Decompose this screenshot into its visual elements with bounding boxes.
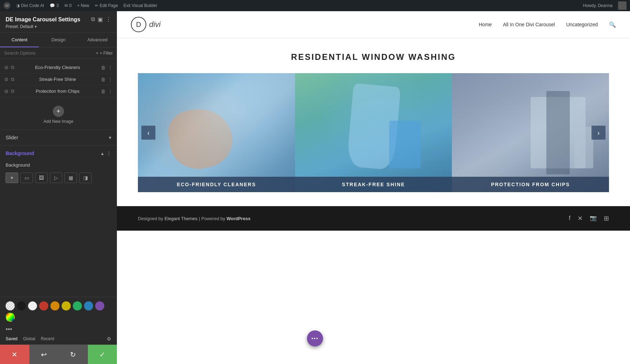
bg-gradient-option[interactable]: ▭ [20,173,33,183]
background-section-title: Background [6,150,34,156]
more-dots[interactable]: ••• [6,324,111,336]
nav-carousel[interactable]: All In One Divi Carousel [503,22,555,27]
add-new-image-button[interactable]: + Add New Image [0,100,117,130]
bg-mask-option[interactable]: ◨ [79,173,92,183]
image-item-eco[interactable]: ⚙ ⧉ Eco-Friendly Cleaners 🗑 ⋮ [0,62,117,74]
redo-icon: ↻ [70,350,76,359]
palette-settings-icon[interactable]: ⚙ [107,336,111,342]
nav-uncategorized[interactable]: Uncategorized [566,22,598,27]
delete-icon-protection[interactable]: 🗑 [101,89,106,94]
user-avatar[interactable] [618,1,626,10]
facebook-icon[interactable]: f [569,215,570,222]
delete-icon-streak[interactable]: 🗑 [101,77,106,82]
palette-tab-global[interactable]: Global [23,336,35,341]
carousel-prev-button[interactable]: ‹ [141,126,155,140]
slider-section: Slider ▾ [0,130,117,145]
swatch-red[interactable] [39,301,48,310]
carousel-next-button[interactable]: › [592,126,606,140]
fab-icon: ••• [312,336,319,341]
duplicate-icon-eco[interactable]: ⧉ [11,64,14,70]
swatch-green[interactable] [73,301,82,310]
palette-tabs: Saved Global Recent ⚙ [6,336,111,342]
search-input[interactable] [4,50,93,56]
image-item-streak[interactable]: ⚙ ⧉ Streak-Free Shine 🗑 ⋮ [0,74,117,85]
swatch-yellow[interactable] [62,301,71,310]
swatch-orange[interactable] [50,301,59,310]
duplicate-icon[interactable]: ⧉ [91,16,95,23]
swatch-purple[interactable] [95,301,104,310]
layout-icon[interactable]: ▣ [98,16,103,23]
site-footer: Designed by Elegant Themes | Powered by … [117,206,630,231]
tab-design[interactable]: Design [39,33,78,47]
edit-page-button[interactable]: ✏ Edit Page [95,3,118,8]
carousel-item-protection: PROTECTION FROM CHIPS [452,73,609,192]
twitter-x-icon[interactable]: ✕ [578,215,583,222]
bg-pattern-option[interactable]: ▦ [64,173,77,183]
cancel-button[interactable]: ✕ [0,345,29,364]
site-logo: D divi [131,17,161,32]
bg-sublabel: Background [0,161,117,171]
new-button[interactable]: + New [77,3,89,8]
filter-button[interactable]: ++ Filter [96,51,113,56]
footer-wp-link[interactable]: WordPress [226,216,250,221]
collapse-icon[interactable]: ▴ [101,150,104,156]
slider-chevron-icon: ▾ [109,135,111,140]
carousel-container: ‹ ECO-FRIENDLY CLEANERS [138,73,609,192]
more-icon-protection[interactable]: ⋮ [108,89,113,94]
swatch-transparent[interactable] [6,301,15,310]
site-search-icon[interactable]: 🔍 [609,21,616,28]
duplicate-icon-streak[interactable]: ⧉ [11,76,14,82]
instagram-icon[interactable]: 📷 [590,215,597,222]
swatch-black[interactable] [17,301,26,310]
redo-button[interactable]: ↻ [58,345,88,364]
bg-image-option[interactable]: 🖼 [35,173,48,183]
logo-circle: D [131,17,146,32]
page-content: RESIDENTIAL WINDOW WASHING ‹ E [117,38,630,364]
exit-builder-button[interactable]: Exit Visual Builder [124,3,158,8]
palette-tab-saved[interactable]: Saved [6,336,18,341]
carousel-item-eco: ECO-FRIENDLY CLEANERS [138,73,295,192]
nav-home[interactable]: Home [479,22,492,27]
swatch-blue[interactable] [84,301,93,310]
settings-icon-protection[interactable]: ⚙ [4,89,9,94]
color-swatches [6,301,111,322]
tab-advanced[interactable]: Advanced [78,33,117,47]
save-button[interactable]: ✓ [88,345,117,364]
tab-content[interactable]: Content [0,33,39,47]
delete-icon-eco[interactable]: 🗑 [101,65,106,70]
footer-elegant-link[interactable]: Elegant Themes [164,216,197,221]
more-icon-eco[interactable]: ⋮ [108,65,113,70]
site-header: D divi Home All In One Divi Carousel Unc… [117,11,630,38]
bg-more-icon[interactable]: ⋮ [106,150,111,156]
image-item-protection[interactable]: ⚙ ⧉ Protection from Chips 🗑 ⋮ [0,85,117,97]
settings-icon-streak[interactable]: ⚙ [4,77,9,82]
admin-bar: W ◑ Divi Code AI 💬 3 ✉ 0 + New ✏ Edit Pa… [0,0,630,11]
bg-video-option[interactable]: ▷ [50,173,62,183]
fab-button[interactable]: ••• [307,330,323,346]
rss-icon[interactable]: ⊞ [604,215,609,222]
sidebar-tabs: Content Design Advanced [0,33,117,48]
swatch-custom[interactable] [6,313,15,322]
slider-section-header[interactable]: Slider ▾ [0,130,117,145]
wp-logo-icon[interactable]: W [4,2,10,9]
settings-icon-eco[interactable]: ⚙ [4,65,9,70]
howdy-text: Howdy, Deanna [583,3,613,8]
carousel-section: RESIDENTIAL WINDOW WASHING ‹ E [117,38,630,206]
carousel-item-streak: STREAK-FREE SHINE [295,73,452,192]
duplicate-icon-protection[interactable]: ⧉ [11,88,14,94]
undo-button[interactable]: ↩ [29,345,59,364]
more-icon-streak[interactable]: ⋮ [108,77,113,82]
bg-color-option[interactable]: ✦ [6,173,18,183]
messages-count[interactable]: ✉ 0 [64,3,72,8]
divi-code-ai[interactable]: ◑ Divi Code AI [16,3,44,8]
swatch-white[interactable] [28,301,37,310]
carousel-items: ECO-FRIENDLY CLEANERS STREAK-FREE SHINE [138,73,609,192]
more-options-icon[interactable]: ⋮ [106,16,111,23]
content-area: D divi Home All In One Divi Carousel Unc… [117,11,630,364]
plus-circle-icon: + [53,106,64,117]
carousel-caption-streak: STREAK-FREE SHINE [295,177,452,192]
background-header: Background ▴ ⋮ [0,146,117,161]
preset-value[interactable]: Preset: Default [6,24,33,29]
comments-count[interactable]: 💬 3 [50,3,59,8]
palette-tab-recent[interactable]: Recent [41,336,54,341]
